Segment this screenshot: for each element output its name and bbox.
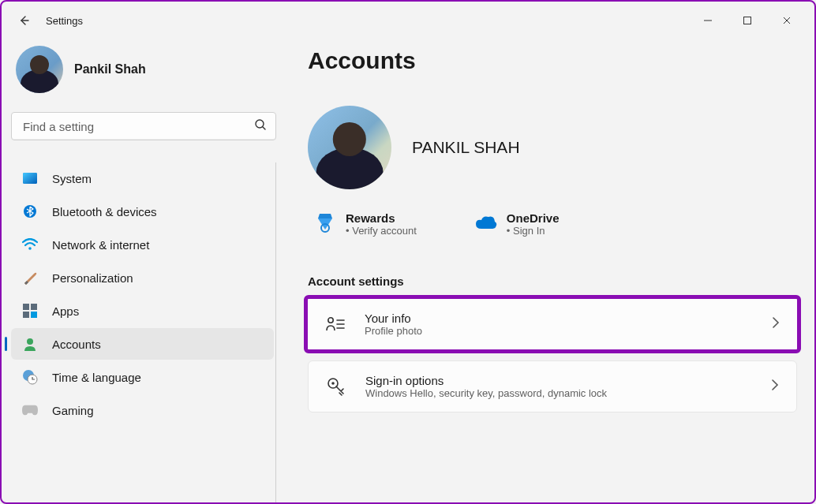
onedrive-summary[interactable]: OneDrive Sign In (475, 211, 560, 237)
sidebar-item-accounts[interactable]: Accounts (11, 328, 274, 360)
card-sub: Profile photo (365, 325, 422, 337)
window-controls (690, 8, 805, 33)
nav-label: Personalization (52, 271, 133, 285)
person-icon (22, 336, 38, 352)
nav-label: Time & language (52, 371, 141, 384)
minimize-button[interactable] (690, 8, 726, 33)
sidebar-item-personalization[interactable]: Personalization (11, 262, 274, 293)
nav-label: Apps (52, 304, 79, 318)
sidebar-item-gaming[interactable]: Gaming (11, 394, 274, 426)
sidebar-item-system[interactable]: System (11, 162, 274, 194)
sidebar-item-apps[interactable]: Apps (11, 295, 274, 327)
nav-label: Accounts (52, 338, 101, 351)
onedrive-title: OneDrive (507, 211, 560, 225)
nav-label: Gaming (52, 404, 94, 417)
card-your-info[interactable]: Your info Profile photo (308, 299, 797, 349)
key-icon (326, 376, 346, 397)
svg-rect-5 (23, 173, 37, 184)
account-summary: Rewards Verify account OneDrive Sign In (308, 211, 797, 237)
svg-point-2 (256, 120, 264, 128)
main-content: Accounts PANKIL SHAH Rewards Verify acco… (286, 39, 814, 502)
sidebar-item-network[interactable]: Network & internet (11, 229, 274, 260)
profile-avatar[interactable] (308, 106, 391, 189)
svg-point-21 (331, 382, 335, 385)
svg-rect-8 (23, 304, 29, 310)
card-title: Your info (365, 312, 422, 325)
avatar (16, 46, 63, 93)
bluetooth-icon (22, 203, 38, 219)
nav: System Bluetooth & devices Network & int… (11, 162, 276, 502)
back-button[interactable] (11, 8, 36, 33)
your-info-icon (325, 314, 346, 334)
nav-label: Network & internet (52, 238, 149, 252)
sidebar-item-bluetooth[interactable]: Bluetooth & devices (11, 196, 274, 227)
rewards-title: Rewards (346, 211, 417, 225)
window-title: Settings (46, 15, 83, 27)
nav-label: Bluetooth & devices (52, 205, 157, 218)
svg-point-16 (328, 318, 333, 323)
wifi-icon (22, 237, 38, 252)
search-input[interactable] (11, 112, 276, 140)
svg-rect-11 (31, 312, 37, 318)
maximize-button[interactable] (729, 8, 765, 33)
chevron-right-icon (771, 379, 779, 394)
svg-rect-1 (744, 17, 751, 24)
user-block[interactable]: Pankil Shah (11, 43, 276, 109)
rewards-summary[interactable]: Rewards Verify account (314, 211, 417, 237)
paintbrush-icon (22, 270, 38, 286)
profile-header: PANKIL SHAH (308, 106, 797, 189)
apps-icon (22, 303, 38, 319)
user-display-name: Pankil Shah (74, 62, 146, 77)
profile-display-name: PANKIL SHAH (412, 138, 520, 157)
svg-point-12 (27, 338, 33, 345)
rewards-sub: Verify account (346, 225, 417, 237)
svg-point-7 (28, 247, 32, 250)
card-sign-in-options[interactable]: Sign-in options Windows Hello, security … (308, 360, 797, 413)
gamepad-icon (22, 402, 38, 418)
section-heading: Account settings (308, 274, 797, 288)
svg-rect-10 (23, 312, 29, 318)
title-bar: Settings (2, 2, 814, 39)
chevron-right-icon (772, 317, 780, 331)
back-arrow-icon (17, 14, 30, 27)
page-title: Accounts (308, 47, 797, 74)
sidebar-item-time-language[interactable]: Time & language (11, 361, 274, 393)
search-icon (254, 118, 267, 134)
sidebar: Pankil Shah System Bluetooth & devices N… (2, 39, 286, 502)
system-icon (22, 170, 38, 186)
card-title: Sign-in options (365, 374, 607, 387)
search-box (11, 112, 276, 140)
cloud-icon (475, 211, 497, 233)
highlight-box: Your info Profile photo (304, 295, 801, 353)
onedrive-sub: Sign In (507, 225, 560, 237)
rewards-icon (314, 211, 336, 233)
card-sub: Windows Hello, security key, password, d… (365, 387, 607, 399)
close-button[interactable] (769, 8, 805, 33)
nav-label: System (52, 172, 92, 185)
svg-rect-9 (31, 304, 37, 310)
globe-clock-icon (22, 369, 38, 385)
selection-indicator (5, 337, 7, 351)
svg-line-3 (263, 127, 265, 129)
